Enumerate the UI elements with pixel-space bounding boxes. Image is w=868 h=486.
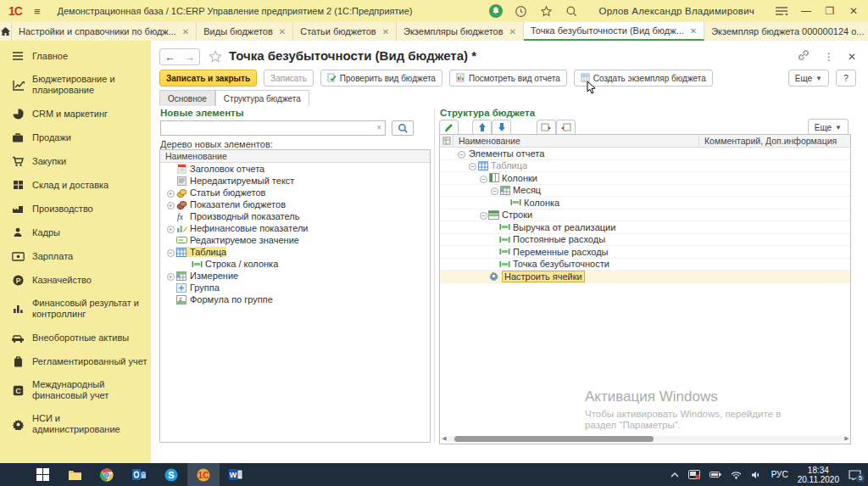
new-element-item[interactable]: Нередактируемый текст — [160, 175, 430, 187]
svg-text:1С: 1С — [198, 471, 209, 480]
app-tab-2[interactable]: Статьи бюджетов✕ — [293, 22, 397, 41]
close-window-button[interactable]: ✕ — [848, 5, 860, 17]
new-element-item[interactable]: +Показатели бюджетов — [160, 198, 430, 210]
minimize-button[interactable]: — — [800, 5, 812, 17]
new-element-item[interactable]: Заголовок отчета — [160, 163, 430, 175]
filter-icon — [440, 135, 453, 147]
notifications-icon[interactable] — [489, 4, 503, 18]
main-menu-icon[interactable]: ≡ — [34, 5, 41, 18]
structure-item[interactable]: Точка безубыточности — [440, 259, 850, 271]
structure-item[interactable]: −Колонки — [440, 172, 850, 185]
sidebar-item-pie[interactable]: CRM и маркетинг — [0, 102, 151, 126]
favorite-star-icon[interactable] — [209, 50, 222, 66]
structure-item[interactable]: −Элементы отчета — [440, 148, 850, 160]
home-tab[interactable] — [0, 22, 12, 41]
svg-text:Р: Р — [15, 276, 20, 284]
new-element-item[interactable]: Группа — [160, 282, 430, 293]
taskbar-app-explorer[interactable] — [58, 463, 91, 486]
taskbar-app-start[interactable] — [26, 463, 58, 486]
user-name[interactable]: Орлов Александр Владимирович — [591, 6, 763, 16]
structure-item[interactable]: −Строки — [440, 209, 850, 222]
taskbar-app-outlook[interactable] — [123, 463, 155, 486]
clear-search-icon[interactable]: × — [376, 123, 381, 132]
structure-item[interactable]: −Месяц — [440, 185, 850, 198]
form-tab-1[interactable]: Структура бюджета — [215, 90, 309, 106]
indent-left-button[interactable] — [537, 120, 556, 136]
cart-icon — [10, 155, 25, 167]
new-element-item[interactable]: −Таблица — [160, 246, 430, 258]
taskbar-app-skype[interactable]: S — [155, 463, 187, 486]
sidebar-item-factory[interactable]: Производство — [0, 197, 151, 221]
sidebar-item-warehouse[interactable]: Склад и доставка — [0, 173, 151, 197]
forward-button[interactable]: → — [184, 51, 195, 64]
sidebar-item-money[interactable]: Зарплата — [0, 244, 151, 268]
command-button-0[interactable]: Записать и закрыть — [159, 70, 257, 87]
command-button-1[interactable]: Записать — [264, 70, 314, 87]
new-element-item[interactable]: +Статьи бюджетов — [160, 187, 430, 198]
search-input[interactable]: × — [160, 120, 386, 136]
horizontal-scrollbar[interactable]: ◀ ▶ — [441, 435, 850, 442]
new-element-item[interactable]: Строка / колонка — [160, 258, 430, 270]
close-tab-icon[interactable]: ✕ — [279, 27, 286, 36]
functions-menu-icon[interactable] — [775, 4, 788, 18]
panel-splitter[interactable] — [434, 109, 435, 443]
clock[interactable]: 18:3420.11.2020 — [798, 466, 839, 484]
sidebar-item-briefcase[interactable]: Продажи — [0, 126, 151, 149]
favorites-star-icon[interactable] — [540, 4, 554, 18]
move-down-button[interactable] — [492, 120, 511, 136]
new-element-item[interactable]: Редактируемое значение — [160, 234, 430, 246]
search-icon[interactable] — [565, 4, 579, 18]
tray-app-icon[interactable] — [688, 470, 700, 479]
form-area: ← → Точка безубыточности (Вид бюджета) *… — [151, 41, 868, 463]
close-tab-icon[interactable]: ✕ — [509, 27, 516, 36]
app-tab-4[interactable]: Точка безубыточности (Вид бюдж...✕ — [524, 22, 704, 41]
structure-item[interactable]: −Таблица — [440, 160, 850, 173]
form-tab-0[interactable]: Основное — [159, 90, 215, 106]
structure-item[interactable]: Переменные расходы — [440, 246, 850, 259]
sidebar-item-treasury[interactable]: РКазначейство — [0, 268, 151, 292]
taskbar-app-word[interactable]: W — [220, 463, 252, 486]
speaker-icon[interactable] — [751, 471, 762, 479]
close-tab-icon[interactable]: ✕ — [382, 27, 389, 36]
close-tab-icon[interactable]: ✕ — [690, 26, 697, 36]
sidebar-item-regulated[interactable]: Регламентированный учет — [0, 349, 151, 373]
sidebar-item-menu[interactable]: Главное — [0, 44, 151, 68]
notification-center-icon[interactable]: 5 — [849, 470, 861, 480]
edit-pencil-button[interactable] — [439, 120, 459, 136]
new-element-item[interactable]: +Нефинансовые показатели — [160, 222, 430, 234]
app-tab-0[interactable]: Настройки и справочники по бюдж...✕ — [12, 22, 197, 41]
sidebar-item-gear[interactable]: НСИ и администрирование — [0, 407, 151, 441]
sidebar-item-ifrs[interactable]: CМеждународный финансовый учет — [0, 373, 151, 407]
language-indicator[interactable]: РУС — [771, 470, 788, 479]
app-tab-3[interactable]: Экземпляры бюджетов✕ — [397, 22, 524, 41]
command-button-2[interactable]: Проверить вид бюджета — [320, 70, 442, 87]
restore-button[interactable]: ❐ — [824, 5, 836, 17]
app-tab-5[interactable]: Экземпляр бюджета 000000124 о...✕ — [704, 22, 868, 41]
battery-icon[interactable] — [709, 471, 721, 478]
tray-chevron-icon[interactable] — [670, 472, 679, 478]
history-icon[interactable] — [515, 4, 528, 18]
structure-item[interactable]: Настроить ячейки — [440, 271, 850, 283]
sidebar-item-finres[interactable]: Финансовый результат и контроллинг — [0, 292, 151, 326]
app-tab-1[interactable]: Виды бюджетов✕ — [197, 22, 293, 41]
structure-item[interactable]: Колонка — [440, 197, 850, 209]
wifi-icon[interactable] — [731, 471, 742, 479]
search-button[interactable] — [392, 120, 414, 136]
move-up-button[interactable] — [472, 120, 492, 136]
new-element-item[interactable]: +Измерение — [160, 270, 430, 282]
sidebar-item-budget-chart[interactable]: Бюджетирование и планирование — [0, 68, 151, 102]
indent-right-button[interactable] — [556, 120, 576, 136]
sidebar-item-assets[interactable]: Внеоборотные активы — [0, 326, 151, 349]
close-tab-icon[interactable]: ✕ — [182, 27, 189, 36]
structure-item[interactable]: Выручка от реализации — [440, 221, 850, 234]
sidebar-item-cart[interactable]: Закупки — [0, 149, 151, 173]
new-element-item[interactable]: ΣФормула по группе — [160, 293, 430, 305]
structure-item[interactable]: Постоянные расходы — [440, 234, 850, 247]
taskbar-app-onec[interactable]: 1С — [187, 463, 220, 486]
back-button[interactable]: ← — [164, 51, 175, 64]
right-more-button[interactable]: Еще▼ — [808, 119, 849, 136]
taskbar-app-chrome[interactable] — [91, 463, 123, 486]
sidebar-item-person[interactable]: Кадры — [0, 221, 151, 244]
1c-logo: 1С — [8, 4, 22, 18]
new-element-item[interactable]: fxПроизводный показатель — [160, 210, 430, 222]
